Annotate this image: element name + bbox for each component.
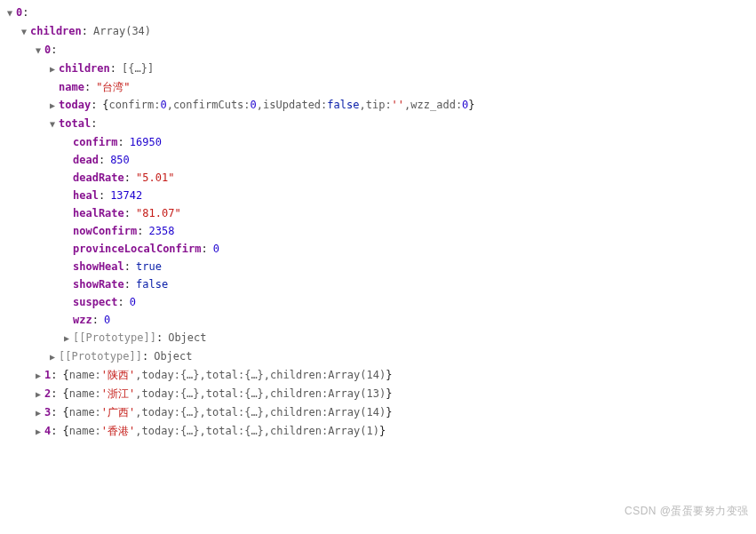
proto-key: [[Prototype]] [73,329,156,347]
number-value: 0 [251,96,257,114]
chevron-down-icon[interactable] [36,42,44,60]
string-value: "5.01" [136,169,174,187]
index-key: 3 [44,403,51,421]
type-summary: Array(34) [93,22,151,40]
preview-key: isUpdated [263,96,321,114]
tree-row-total-deadRate[interactable]: deadRate:"5.01" [7,169,749,187]
index-key: 2 [44,385,51,402]
prop-key: children [30,22,82,40]
chevron-right-icon[interactable] [64,330,73,347]
value-preview: [{…}] [122,60,154,77]
tree-row-proto-total[interactable]: [[Prototype]]: Object [7,329,749,347]
preview-key: confirmCuts [173,96,243,114]
chevron-right-icon[interactable] [36,367,44,385]
index-key: 4 [44,422,51,440]
prop-key: name [59,78,84,96]
tree-row-total-dead[interactable]: dead:850 [7,151,749,169]
tree-row-total[interactable]: total: [7,115,749,133]
tree-row-today[interactable]: today: { confirm: 0, confirmCuts: 0, isU… [7,96,749,115]
tree-row-item-1[interactable]: 1: {name: '陕西', today: {…}, total: {…}, … [7,366,749,385]
prop-key: total [59,115,91,132]
tree-row-total-nowConfirm[interactable]: nowConfirm:2358 [7,222,749,240]
tree-row-children-nested[interactable]: children: [{…}] [7,60,749,78]
tree-row-root[interactable]: 0: [7,4,749,22]
chevron-right-icon[interactable] [50,60,59,78]
tree-row-total-provinceLocalConfirm[interactable]: provinceLocalConfirm:0 [7,240,749,258]
chevron-down-icon[interactable] [50,116,59,133]
tree-row-total-heal[interactable]: heal:13742 [7,187,749,204]
tree-row-children[interactable]: children: Array(34) [7,22,749,41]
number-value: 0 [213,240,219,258]
prop-key: today [59,96,91,114]
chevron-right-icon[interactable] [36,423,44,441]
chevron-right-icon[interactable] [50,97,59,115]
preview-key: confirm [109,96,155,114]
tree-row-name[interactable]: name: "台湾" [7,78,749,96]
preview-key: tip [366,96,386,114]
tree-row-proto-item0[interactable]: [[Prototype]]: Object [7,347,749,366]
tree-row-item-3[interactable]: 3: {name: '广西', today: {…}, total: {…}, … [7,403,749,422]
number-value: 2358 [148,222,174,240]
prop-key: children [59,60,110,77]
index-key: 0 [44,41,51,59]
tree-row-total-wzz[interactable]: wzz:0 [7,311,749,329]
number-value: 13742 [110,187,142,204]
tree-row-total-healRate[interactable]: healRate:"81.07" [7,204,749,222]
preview-key: wzz_add [410,96,456,114]
string-value: '' [392,96,404,114]
brace: { [102,96,108,114]
number-value: 850 [110,151,130,169]
tree-row-item-0[interactable]: 0: [7,41,749,60]
chevron-right-icon[interactable] [50,348,59,366]
proto-value: Object [154,347,192,365]
chevron-down-icon[interactable] [7,4,16,22]
index-key: 0 [16,4,22,21]
tree-row-total-suspect[interactable]: suspect:0 [7,293,749,311]
number-value: 0 [160,96,166,114]
bool-value: true [136,258,162,275]
tree-row-total-showRate[interactable]: showRate:false [7,275,749,293]
brace: } [468,96,474,114]
string-value: "台湾" [96,78,130,96]
string-value: "81.07" [136,204,181,222]
chevron-down-icon[interactable] [21,23,30,41]
tree-row-item-4[interactable]: 4: {name: '香港', today: {…}, total: {…}, … [7,422,749,441]
tree-row-total-showHeal[interactable]: showHeal:true [7,258,749,275]
bool-value: false [136,275,168,293]
chevron-right-icon[interactable] [36,404,44,422]
proto-value: Object [168,329,206,347]
tree-row-item-2[interactable]: 2: {name: '浙江', today: {…}, total: {…}, … [7,385,749,403]
proto-key: [[Prototype]] [59,347,142,365]
number-value: 0 [130,293,136,311]
number-value: 16950 [130,133,162,151]
number-value: 0 [462,96,468,114]
tree-row-total-confirm[interactable]: confirm:16950 [7,133,749,151]
number-value: 0 [104,311,110,329]
bool-value: false [327,96,359,114]
index-key: 1 [44,366,51,384]
chevron-right-icon[interactable] [36,386,44,403]
